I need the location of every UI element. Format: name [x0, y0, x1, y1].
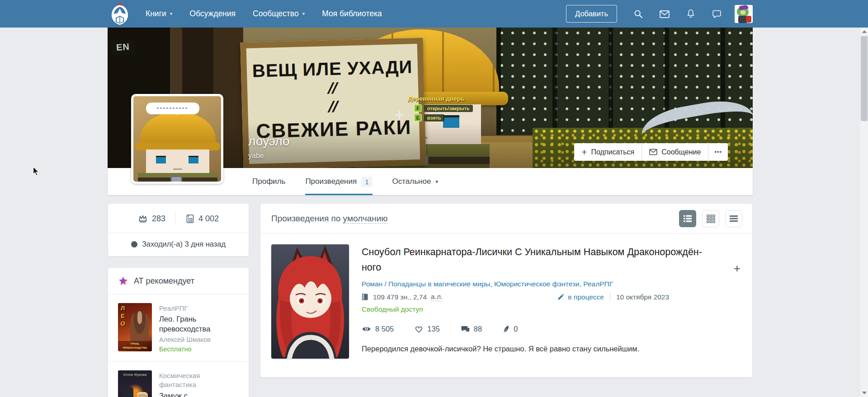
navbar-right: Добавить [566, 5, 753, 23]
genre-separator: / [382, 280, 388, 288]
works-title: Произведения по умолчанию [271, 214, 388, 224]
menu-item-my-library[interactable]: Моя библиотека [322, 9, 382, 19]
key-e-badge: E [414, 114, 422, 121]
comments-icon [461, 325, 470, 333]
mail-icon[interactable] [659, 9, 670, 19]
work-cover[interactable] [271, 244, 349, 359]
scrollbar-down-button[interactable] [860, 389, 868, 397]
library-stat[interactable]: A 4 002 [186, 214, 219, 224]
author-today-logo-icon[interactable] [108, 2, 132, 27]
message-button[interactable]: Сообщение [642, 143, 708, 161]
work-title-link[interactable]: Сноубол Реинкарнатора-Лисички С Уникальн… [362, 244, 741, 275]
size-unit: а.л. [431, 293, 443, 301]
more-actions-button[interactable]: ••• [708, 143, 728, 161]
book-info: РеалРПГ Лео. Грань превосходства Алексей… [159, 303, 239, 353]
mouse-cursor [33, 166, 40, 176]
left-sidebar: 283 A 4 002 [108, 203, 249, 397]
works-sort-dropdown[interactable]: умолчанию [343, 214, 388, 224]
works-title-prefix: Произведения по [271, 214, 343, 223]
recommendations-card: АТ рекомендует ЛЕО ГРАНЬ ПРЕВОСХОДСТВА Р… [108, 267, 249, 397]
list-view-button[interactable] [679, 210, 696, 227]
last-seen-text: Заходил(-а) 3 дня назад [142, 240, 226, 248]
chat-icon[interactable] [712, 9, 722, 19]
subscribe-label: Подписаться [591, 148, 634, 156]
work-details: Сноубол Реинкарнатора-Лисички С Уникальн… [362, 244, 741, 359]
menu-item-label: Обсуждения [189, 9, 236, 19]
bell-icon[interactable] [686, 9, 696, 19]
cover-title-text: ЛЕО [119, 305, 126, 328]
book-title-link[interactable]: Замуж с [159, 391, 239, 397]
book-title-link[interactable]: Лео. Грань превосходства [159, 314, 239, 334]
work-status-date: в процессе 10 октября 2023 [557, 293, 669, 301]
cover-art [137, 392, 148, 397]
menu-item-discussions[interactable]: Обсуждения [189, 9, 236, 19]
recommended-book: ЛЕО ГРАНЬ ПРЕВОСХОДСТВА РеалРПГ Лео. Гра… [108, 294, 249, 361]
menu-item-books[interactable]: Книги ▾ [146, 9, 172, 19]
tab-label: Произведения [305, 177, 357, 186]
genre-separator: , [490, 280, 494, 288]
recommendations-title: АТ рекомендует [134, 276, 194, 286]
grid-view-icon [707, 215, 715, 223]
rating-value: 283 [152, 214, 165, 224]
genre-main-link[interactable]: Роман [362, 280, 382, 288]
menu-item-label: Моя библиотека [322, 9, 382, 19]
work-status: в процессе [557, 293, 604, 301]
navbar-icons [633, 9, 722, 19]
work-stats: 8 505 135 [362, 325, 741, 333]
compact-view-button[interactable] [725, 210, 742, 227]
comments-value: 88 [474, 325, 482, 333]
cover-crosshair [395, 111, 403, 119]
list-view-icon [683, 215, 692, 223]
profile-identity: лоуэло yabe [248, 134, 290, 160]
book-cover-thumbnail[interactable]: ЛЕО ГРАНЬ ПРЕВОСХОДСТВА [118, 303, 152, 351]
profile-avatar[interactable] [131, 94, 223, 184]
book-price: Бесплатно [159, 346, 239, 353]
genre-tag-link[interactable]: РеалРПГ [583, 280, 613, 288]
menu-item-label: Сообщество [253, 9, 299, 19]
book-cover-thumbnail[interactable]: Юлия Жукова [118, 370, 152, 397]
eye-icon [362, 326, 371, 332]
view-toggle-group [679, 210, 742, 227]
genre-tag-link[interactable]: Юмористическое фэнтези [494, 280, 580, 288]
scrollbar-up-button[interactable] [860, 28, 868, 35]
rating-stat[interactable]: 283 [138, 214, 165, 224]
tab-other[interactable]: Остальное ▾ [392, 168, 438, 195]
chevron-down-icon: ▾ [302, 11, 305, 16]
tab-works[interactable]: Произведения 1 [305, 168, 372, 195]
works-count-badge: 1 [361, 177, 372, 187]
top-navbar: Книги ▾ Обсуждения Сообщество ▾ Моя библ… [0, 0, 868, 28]
add-button[interactable]: Добавить [566, 5, 617, 23]
profile-username: yabe [248, 152, 290, 160]
menu-item-community[interactable]: Сообщество ▾ [253, 9, 305, 19]
work-list-item: Сноубол Реинкарнатора-Лисички С Уникальн… [260, 234, 752, 369]
divider [175, 212, 176, 225]
cover-art [130, 311, 149, 343]
search-icon[interactable] [633, 9, 643, 19]
subscribe-button[interactable]: + Подписаться [574, 143, 642, 161]
comments-stat: 88 [461, 325, 482, 333]
work-meta-row: 109 479 зн., 2,74 а.л. в процессе [362, 293, 741, 301]
chevron-down-icon: ▾ [170, 11, 173, 16]
user-avatar[interactable] [735, 5, 753, 23]
cover-game-tooltip: Деревянная дверь F открыть/закрыть E взя… [408, 95, 473, 121]
add-to-library-plus-icon[interactable]: + [734, 262, 741, 274]
arrow-up-icon [862, 28, 867, 33]
book-author-link[interactable]: Алексей Шмаков [159, 336, 239, 343]
key-e-action: взять [424, 114, 444, 121]
grid-view-button[interactable] [702, 210, 719, 227]
recommendations-header: АТ рекомендует [108, 268, 249, 294]
tab-label: Остальное [392, 177, 431, 186]
title-line: ного [362, 262, 381, 273]
tab-profile[interactable]: Профиль [252, 168, 285, 195]
genre-tag-link[interactable]: Попаданцы в магические миры [388, 280, 490, 288]
rewards-stat: 0 [503, 325, 518, 333]
profile-name: лоуэло [248, 134, 290, 149]
status-text: в процессе [568, 293, 604, 301]
scrollbar-thumb[interactable] [861, 36, 868, 121]
cover-corner-sign: EN [111, 38, 135, 56]
cover-author-text: Юлия Жукова [118, 373, 152, 377]
library-book-icon: A [186, 214, 194, 224]
arrow-down-icon [862, 392, 867, 397]
profile-stats-card: 283 A 4 002 [108, 203, 249, 257]
plus-icon: + [581, 147, 587, 157]
